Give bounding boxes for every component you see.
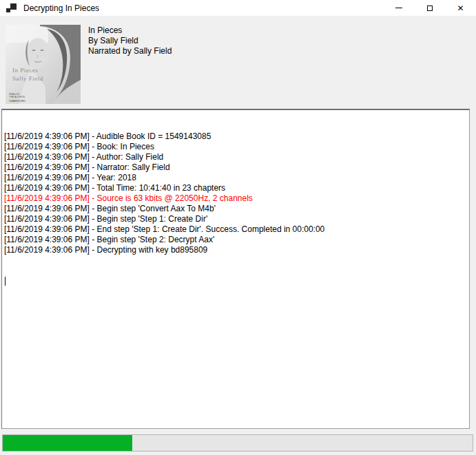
progress-bar (2, 434, 473, 452)
progress-fill (3, 435, 132, 451)
book-title: In Pieces (88, 25, 172, 36)
cover-unabridged-text: UNABRIDGED (9, 100, 25, 103)
app-window: Decrypting In Pieces ✕ (0, 0, 476, 455)
window-title: Decrypting In Pieces (23, 3, 99, 13)
app-icon (6, 3, 17, 14)
log-line: [11/6/2019 4:39:06 PM] - Begin step 'Ste… (4, 235, 467, 245)
log-textbox[interactable]: [11/6/2019 4:39:06 PM] - Audible Book ID… (1, 109, 470, 429)
cover-readby-line2: THE AUTHOR (9, 96, 25, 98)
book-info: In Pieces By Sally Field Narrated by Sal… (88, 25, 172, 56)
log-line: [11/6/2019 4:39:06 PM] - Total Time: 10:… (4, 183, 467, 193)
maximize-button[interactable] (414, 0, 445, 16)
minimize-button[interactable] (383, 0, 414, 16)
book-narrator: Narrated by Sally Field (88, 46, 172, 56)
log-line: [11/6/2019 4:39:06 PM] - Year: 2018 (4, 173, 467, 183)
book-cover-art: In Pieces Sally Field READ BY THE AUTHOR… (6, 25, 81, 104)
log-line: [11/6/2019 4:39:06 PM] - Begin step 'Con… (4, 204, 467, 214)
log-line: [11/6/2019 4:39:06 PM] - Author: Sally F… (4, 152, 467, 162)
titlebar[interactable]: Decrypting In Pieces ✕ (0, 0, 476, 16)
log-line: [11/6/2019 4:39:06 PM] - Book: In Pieces (4, 142, 467, 152)
text-caret (5, 277, 6, 286)
book-author: By Sally Field (88, 36, 172, 46)
close-button[interactable]: ✕ (445, 0, 476, 16)
close-icon: ✕ (457, 4, 464, 12)
log-line: [11/6/2019 4:39:06 PM] - Begin step 'Ste… (4, 214, 467, 224)
cover-title-text: In Pieces (12, 67, 38, 74)
maximize-icon (427, 6, 433, 11)
app-icon-square-large (10, 3, 17, 10)
minimize-icon (395, 8, 402, 8)
log-line: [11/6/2019 4:39:06 PM] - Narrator: Sally… (4, 162, 467, 173)
log-lines: [11/6/2019 4:39:06 PM] - Audible Book ID… (4, 131, 467, 255)
log-line: [11/6/2019 4:39:06 PM] - Audible Book ID… (4, 131, 467, 142)
log-line: [11/6/2019 4:39:06 PM] - Source is 63 kb… (4, 193, 467, 204)
cover-author-text: Sally Field (12, 75, 43, 82)
window-controls: ✕ (383, 0, 476, 16)
log-line: [11/6/2019 4:39:06 PM] - End step 'Step … (4, 224, 467, 235)
log-line: [11/6/2019 4:39:06 PM] - Decrypting with… (4, 245, 467, 255)
book-cover-image: In Pieces Sally Field READ BY THE AUTHOR… (6, 25, 81, 104)
